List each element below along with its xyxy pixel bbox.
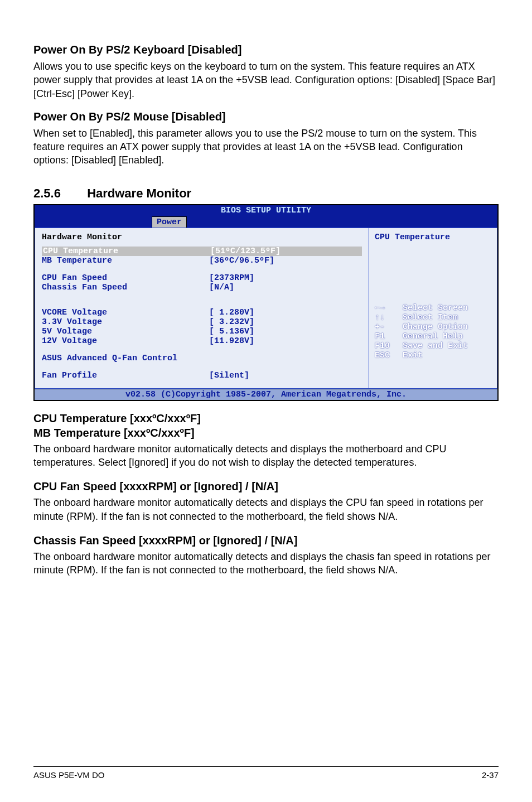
bios-row-value: [11.928V] bbox=[209, 336, 254, 346]
bios-row-value: [ 5.136V] bbox=[209, 327, 254, 336]
bios-nav-row: ←→Select Screen bbox=[375, 303, 491, 313]
nav-desc: General Help bbox=[403, 332, 463, 341]
nav-desc: Select Item bbox=[403, 313, 458, 322]
bios-row-label: ASUS Advanced Q-Fan Control bbox=[42, 354, 209, 363]
bios-row-value: [51ºC/123.5ºF] bbox=[210, 247, 280, 256]
bios-nav-keys: ←→Select Screen↑↓Select Item+-Change Opt… bbox=[375, 303, 491, 360]
bios-row[interactable]: CPU Fan Speed[2373RPM] bbox=[42, 273, 362, 283]
bios-row[interactable]: Chassis Fan Speed[N/A] bbox=[42, 283, 362, 292]
bios-left-panel: Hardware Monitor CPU Temperature[51ºC/12… bbox=[35, 228, 369, 389]
bios-nav-row: F10Save and Exit bbox=[375, 341, 491, 351]
bios-row[interactable]: CPU Temperature[51ºC/123.5ºF] bbox=[42, 247, 362, 256]
nav-key: ↑↓ bbox=[375, 313, 403, 322]
bios-row-value: [36ºC/96.5ºF] bbox=[209, 256, 274, 265]
bios-row-label: 3.3V Voltage bbox=[42, 317, 209, 327]
para-cpu-temp: The onboard hardware monitor automatical… bbox=[33, 442, 499, 470]
section-number: 2.5.6 bbox=[33, 186, 84, 201]
bios-row-label: MB Temperature bbox=[42, 256, 209, 265]
bios-titlebar: BIOS SETUP UTILITY Power bbox=[35, 205, 497, 228]
section-title: Hardware Monitor bbox=[87, 186, 191, 200]
bios-row-value: [ 3.232V] bbox=[209, 317, 254, 327]
para-kb: Allows you to use specific keys on the k… bbox=[33, 60, 499, 100]
bios-row[interactable]: ASUS Advanced Q-Fan Control bbox=[42, 354, 362, 363]
bios-row-value: [Silent] bbox=[209, 371, 249, 380]
bios-nav-row: F1General Help bbox=[375, 332, 491, 341]
bios-row-label: 12V Voltage bbox=[42, 336, 209, 346]
bios-row-label: VCORE Voltage bbox=[42, 308, 209, 317]
heading-mouse: Power On By PS/2 Mouse [Disabled] bbox=[33, 110, 499, 123]
bios-row[interactable]: MB Temperature[36ºC/96.5ºF] bbox=[42, 256, 362, 265]
bios-tab-power[interactable]: Power bbox=[152, 216, 187, 228]
bios-row-label: 5V Voltage bbox=[42, 327, 209, 336]
bios-window: BIOS SETUP UTILITY Power Hardware Monito… bbox=[33, 204, 499, 401]
bios-left-header: Hardware Monitor bbox=[42, 233, 362, 242]
bios-footer: v02.58 (C)Copyright 1985-2007, American … bbox=[35, 389, 497, 400]
footer-right: 2-37 bbox=[482, 770, 499, 780]
bios-row[interactable]: 12V Voltage[11.928V] bbox=[42, 336, 362, 346]
heading-kb: Power On By PS/2 Keyboard [Disabled] bbox=[33, 44, 499, 56]
bios-nav-row: ESCExit bbox=[375, 351, 491, 360]
bios-row[interactable]: Fan Profile[Silent] bbox=[42, 371, 362, 380]
bios-nav-row: +-Change Option bbox=[375, 322, 491, 332]
bios-row[interactable]: VCORE Voltage[ 1.280V] bbox=[42, 308, 362, 317]
para-mouse: When set to [Enabled], this parameter al… bbox=[33, 127, 499, 167]
nav-key: F10 bbox=[375, 341, 403, 351]
bios-row-label: Fan Profile bbox=[42, 371, 209, 380]
bios-help-text: CPU Temperature bbox=[375, 233, 491, 242]
page-footer: ASUS P5E-VM DO 2-37 bbox=[33, 766, 499, 780]
heading-chassis-fan: Chassis Fan Speed [xxxxRPM] or [Ignored]… bbox=[33, 533, 499, 548]
bios-right-panel: CPU Temperature ←→Select Screen↑↓Select … bbox=[369, 228, 497, 389]
bios-row-label: Chassis Fan Speed bbox=[42, 283, 209, 292]
nav-key: ←→ bbox=[375, 303, 403, 313]
nav-key: ESC bbox=[375, 351, 403, 360]
bios-row[interactable]: 3.3V Voltage[ 3.232V] bbox=[42, 317, 362, 327]
nav-desc: Exit bbox=[403, 351, 423, 360]
nav-desc: Change Option bbox=[403, 322, 468, 332]
bios-row-label: CPU Fan Speed bbox=[42, 273, 209, 283]
bios-title-text: BIOS SETUP UTILITY bbox=[35, 205, 497, 215]
para-chassis-fan: The onboard hardware monitor automatical… bbox=[33, 550, 499, 577]
section-heading: 2.5.6 Hardware Monitor bbox=[33, 186, 499, 201]
para-cpu-fan: The onboard hardware monitor automatical… bbox=[33, 496, 499, 523]
bios-row-value: [N/A] bbox=[209, 283, 234, 292]
bios-row[interactable]: 5V Voltage[ 5.136V] bbox=[42, 327, 362, 336]
bios-row-value: [2373RPM] bbox=[209, 273, 254, 283]
nav-desc: Save and Exit bbox=[403, 341, 468, 351]
bios-row-value: [ 1.280V] bbox=[209, 308, 254, 317]
bios-nav-row: ↑↓Select Item bbox=[375, 313, 491, 322]
nav-key: +- bbox=[375, 322, 403, 332]
heading-cpu-temp: CPU Temperature [xxxºC/xxxºF] MB Tempera… bbox=[33, 411, 499, 440]
footer-left: ASUS P5E-VM DO bbox=[33, 770, 105, 780]
nav-key: F1 bbox=[375, 332, 403, 341]
nav-desc: Select Screen bbox=[403, 303, 468, 313]
bios-row-label: CPU Temperature bbox=[43, 247, 210, 256]
heading-cpu-fan: CPU Fan Speed [xxxxRPM] or [Ignored] / [… bbox=[33, 479, 499, 494]
